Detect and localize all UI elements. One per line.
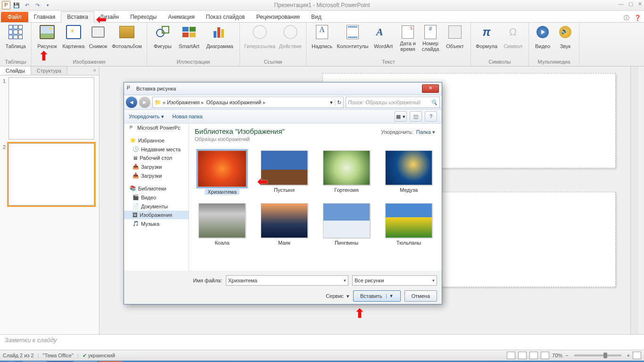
tab-insert[interactable]: Вставка [61,11,94,23]
tree-downloads2[interactable]: 📥 Загрузки [124,171,189,180]
ribbon-equation-button[interactable]: πФормула [474,24,499,52]
nav-back-button[interactable]: ◄ [126,97,137,108]
help-button[interactable]: ? [425,111,437,122]
ribbon-video-button[interactable]: Видео [532,24,553,52]
zoom-out-icon[interactable]: − [565,353,568,358]
tab-file[interactable]: Файл [1,12,28,22]
view-reading-button[interactable] [529,352,538,359]
notes-pane[interactable]: Заметки к слайду [0,334,644,350]
file-item[interactable]: Тюльпаны [381,203,436,246]
tree-pictures[interactable]: 🖼 Изображения [124,211,189,219]
tab-review[interactable]: Рецензирование [250,12,305,22]
qat-redo-icon[interactable]: ↷ [33,1,41,9]
slide-thumbnail-1[interactable] [8,77,94,140]
breadcrumb-dropdown-icon[interactable]: ▾ [330,99,333,106]
restore-icon[interactable]: ▢ [628,1,633,7]
panel-tab-outline[interactable]: Структура [31,66,67,75]
tab-home[interactable]: Главная [28,12,61,22]
view-slideshow-button[interactable] [541,352,549,359]
dialog-close-button[interactable]: ✕ [422,84,439,93]
view-options-button[interactable]: ▦ ▾ [395,111,407,122]
file-item[interactable]: Пингвины [319,203,374,246]
new-folder-button[interactable]: Новая папка [173,114,203,119]
file-thumbnail [323,150,370,185]
dialog-titlebar[interactable]: P Вставка рисунка ✕ [124,82,442,95]
organize-menu[interactable]: Упорядочить ▾ [129,114,164,120]
view-sorter-button[interactable] [518,352,527,359]
qat-customize-icon[interactable]: ▾ [43,1,52,9]
ribbon-screenshot-button[interactable]: Снимок [87,24,109,52]
ribbon-picture-button[interactable]: Рисунок [34,24,60,52]
file-item[interactable]: Медуза [381,150,436,195]
file-item[interactable]: Гортензия [319,150,374,195]
preview-pane-button[interactable]: ◫ [410,111,422,122]
tools-menu[interactable]: Сервис ▾ [326,293,349,299]
tab-animations[interactable]: Анимация [162,12,200,22]
group-symbols-title: Символы [474,58,526,66]
tree-recent[interactable]: 🕓 Недавние места [124,145,189,154]
tree-music[interactable]: 🎵 Музыка [124,219,189,228]
insert-button[interactable]: Вставить▼ [353,290,401,302]
qat-undo-icon[interactable]: ↶ [23,1,31,9]
tree-downloads[interactable]: 📥 Загрузки [124,162,189,171]
panel-close-icon[interactable]: × [91,66,99,75]
sort-control[interactable]: Упорядочить: Папка ▾ [381,129,435,135]
slidenumber-icon [424,25,437,39]
ribbon-action-button[interactable]: Действие [278,24,303,52]
tree-powerpoint[interactable]: PMicrosoft PowerPс [124,123,189,132]
ribbon-clipart-button[interactable]: Картинка [61,24,86,52]
spellcheck-icon[interactable]: ✔ [83,353,87,359]
zoom-in-icon[interactable]: + [627,353,630,358]
ribbon-photoalbum-button[interactable]: Фотоальбом [110,24,144,52]
address-breadcrumb[interactable]: 📁 « Изображения▸ Образцы изображений▸ ▾ … [152,97,344,108]
filetype-filter[interactable]: Все рисунки▾ [352,275,437,286]
tree-favorites[interactable]: ⭐ Избранное [124,136,189,145]
ribbon-shapes-button[interactable]: Фигуры [150,24,175,52]
qat-save-icon[interactable]: 💾 [12,1,21,9]
ribbon-slidenumber-button[interactable]: Номер слайда [420,24,441,52]
ribbon-datetime-button[interactable]: Дата и время [397,24,419,52]
close-icon[interactable]: ✕ [638,1,642,7]
navigation-tree: PMicrosoft PowerPс ⭐ Избранное 🕓 Недавни… [124,123,189,271]
file-item[interactable]: Маяк [257,203,312,246]
file-item[interactable]: Пустыня [257,150,312,195]
file-item[interactable]: Коала [195,203,249,246]
file-item[interactable]: Хризантема [195,150,249,195]
zoom-slider[interactable] [574,354,621,356]
ribbon-help-icon[interactable]: ⓘ ❓ [624,14,641,22]
refresh-icon[interactable]: ↻ [335,99,341,106]
filename-input[interactable]: Хризантема▾ [226,275,348,286]
tab-transitions[interactable]: Переходы [124,12,162,22]
vertical-scrollbar[interactable] [630,66,638,334]
ribbon-audio-button[interactable]: Звук [554,24,576,52]
ribbon-chart-button[interactable]: Диаграмма [203,24,237,52]
hyperlink-icon [253,25,267,39]
ribbon-headerfooter-button[interactable]: Колонтитулы [336,24,370,52]
tab-slideshow[interactable]: Показ слайдов [200,12,251,22]
status-language[interactable]: украинский [88,353,115,358]
view-normal-button[interactable] [507,352,515,359]
symbol-icon: Ω [509,26,517,38]
cancel-button[interactable]: Отмена [405,290,437,302]
nav-forward-button[interactable]: ► [139,97,150,108]
ribbon-textbox-button[interactable]: AНадпись [309,24,335,52]
picture-icon [40,25,55,39]
tree-libraries[interactable]: 📚 Библиотеки [124,184,189,193]
ribbon-table-button[interactable]: Таблица [3,24,28,52]
tree-desktop[interactable]: 🖥 Рабочий стол [124,154,189,162]
dialog-search-input[interactable]: Поиск: Образцы изображений 🔍 [346,97,440,108]
slide-thumbnail-2[interactable] [8,143,94,206]
fit-window-button[interactable] [633,352,641,359]
ribbon-wordart-button[interactable]: AWordArt [371,24,396,52]
ribbon-symbol-button[interactable]: ΩСимвол [500,24,526,52]
ribbon-smartart-button[interactable]: SmartArt [176,24,202,52]
tree-videos[interactable]: 🎬 Видео [124,193,189,202]
file-thumbnail [261,203,308,238]
minimize-icon[interactable]: — [619,1,624,7]
tab-view[interactable]: Вид [305,12,327,22]
ribbon-object-button[interactable]: Объект [442,24,468,52]
panel-tab-slides[interactable]: Слайды [0,66,31,75]
tab-design[interactable]: Дизайн [94,12,124,22]
tree-documents[interactable]: 📄 Документы [124,202,189,211]
ribbon-hyperlink-button[interactable]: Гиперссылка [243,24,277,52]
